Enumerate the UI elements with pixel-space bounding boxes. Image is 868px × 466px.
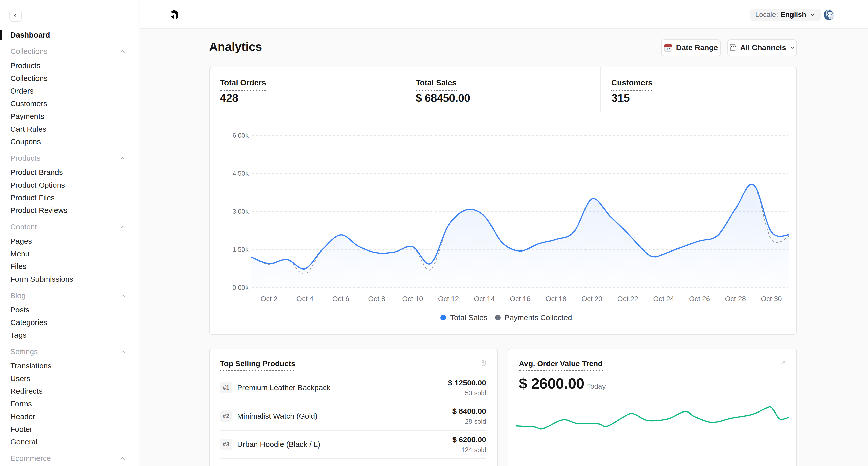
svg-text:4.50k: 4.50k (232, 170, 249, 177)
svg-text:Oct 26: Oct 26 (689, 295, 710, 303)
svg-text:Oct 10: Oct 10 (402, 295, 423, 303)
svg-text:6.00k: 6.00k (232, 132, 249, 139)
svg-text:Oct 2: Oct 2 (261, 295, 278, 303)
svg-text:Oct 20: Oct 20 (582, 295, 602, 303)
svg-text:Oct 18: Oct 18 (546, 295, 566, 303)
svg-text:Oct 6: Oct 6 (332, 295, 349, 303)
svg-text:0.00k: 0.00k (232, 284, 249, 291)
svg-text:Oct 28: Oct 28 (725, 295, 746, 303)
svg-text:Total Sales: Total Sales (450, 313, 488, 322)
svg-text:1.50k: 1.50k (232, 246, 249, 253)
svg-text:Oct 8: Oct 8 (368, 295, 385, 303)
svg-text:3.00k: 3.00k (232, 208, 249, 215)
svg-text:Oct 14: Oct 14 (474, 295, 495, 303)
svg-text:Oct 12: Oct 12 (438, 295, 459, 303)
svg-text:Oct 16: Oct 16 (510, 295, 530, 303)
svg-text:17: 17 (666, 47, 671, 51)
svg-text:Payments Collected: Payments Collected (504, 313, 572, 322)
svg-text:Oct 4: Oct 4 (297, 295, 313, 303)
svg-text:Oct 30: Oct 30 (761, 295, 782, 303)
svg-text:Oct 22: Oct 22 (617, 295, 638, 303)
svg-text:Oct 24: Oct 24 (653, 295, 674, 303)
